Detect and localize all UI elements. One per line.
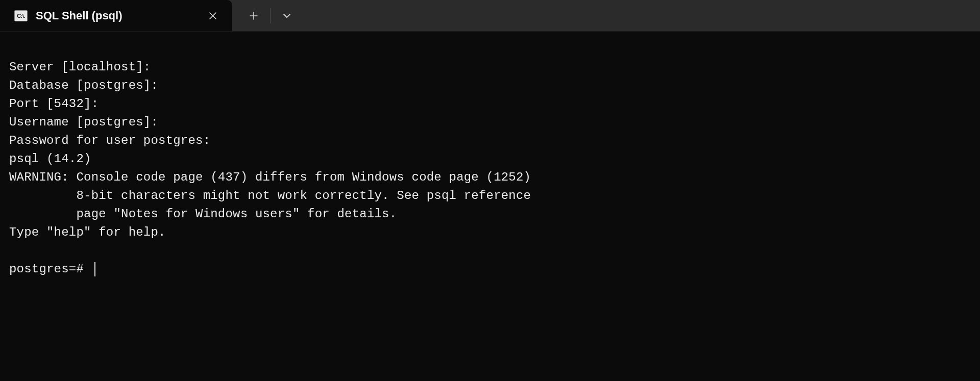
terminal-output[interactable]: Server [localhost]: Database [postgres]:…	[0, 32, 980, 305]
tab-dropdown-button[interactable]	[276, 5, 298, 27]
terminal-line: Username [postgres]:	[9, 115, 158, 129]
terminal-line: Type "help" for help.	[9, 225, 166, 239]
close-tab-button[interactable]	[204, 7, 222, 25]
tab-sql-shell[interactable]: C:\. SQL Shell (psql)	[0, 0, 232, 31]
tab-title: SQL Shell (psql)	[36, 9, 204, 22]
terminal-line: 8-bit characters might not work correctl…	[9, 189, 531, 202]
terminal-line: Database [postgres]:	[9, 79, 158, 92]
terminal-line: Password for user postgres:	[9, 134, 210, 147]
cursor	[94, 262, 95, 276]
cmd-icon: C:\.	[14, 10, 28, 21]
terminal-line: psql (14.2)	[9, 152, 91, 166]
close-icon	[209, 12, 217, 20]
new-tab-button[interactable]	[242, 5, 265, 27]
terminal-line: Port [5432]:	[9, 97, 99, 111]
terminal-line: Server [localhost]:	[9, 60, 151, 74]
plus-icon	[249, 11, 258, 20]
terminal-line: WARNING: Console code page (437) differs…	[9, 170, 531, 184]
tabbar-separator	[270, 8, 271, 23]
terminal-line: page "Notes for Windows users" for detai…	[9, 207, 397, 221]
prompt-line[interactable]: postgres=#	[9, 260, 971, 278]
tabbar-actions	[232, 0, 298, 31]
prompt-text: postgres=#	[9, 260, 91, 278]
tab-bar: C:\. SQL Shell (psql)	[0, 0, 980, 32]
chevron-down-icon	[282, 11, 291, 20]
